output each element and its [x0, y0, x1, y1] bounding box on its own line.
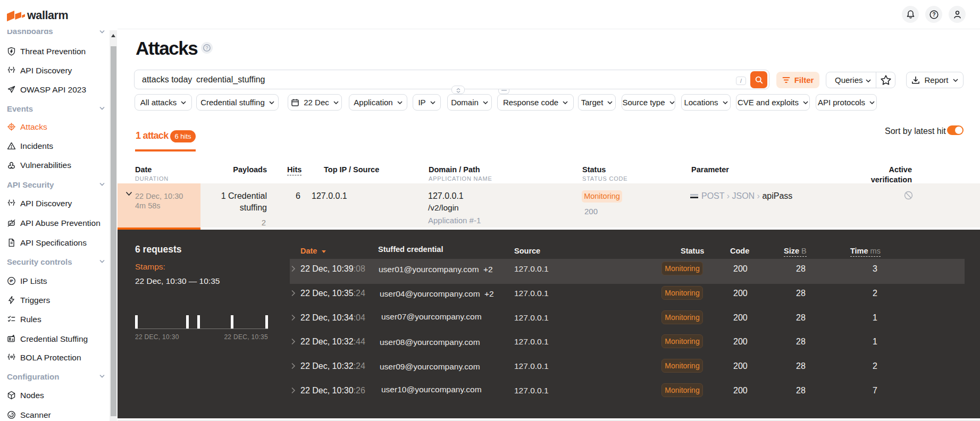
svg-text:?: ? [205, 45, 208, 50]
svg-text:?: ? [932, 12, 935, 18]
svg-text:IP: IP [10, 279, 13, 283]
